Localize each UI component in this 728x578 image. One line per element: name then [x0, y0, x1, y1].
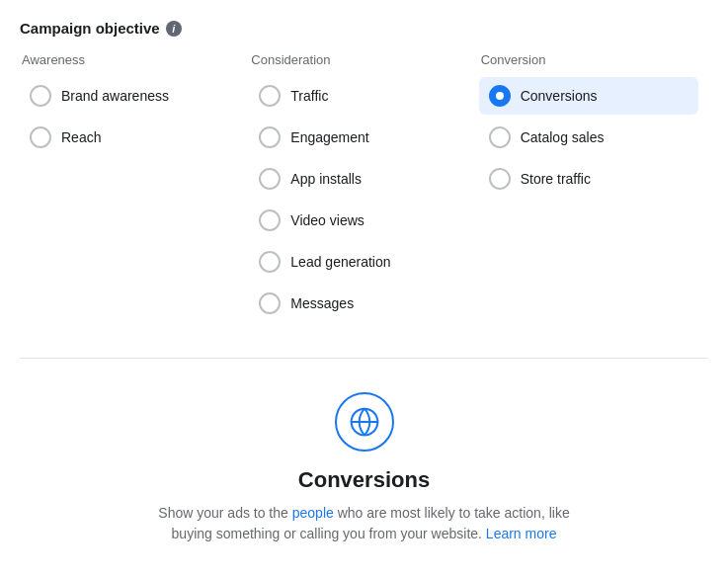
label-video-views: Video views	[290, 212, 364, 228]
bottom-title: Conversions	[298, 467, 430, 493]
label-conversions: Conversions	[521, 88, 598, 104]
option-catalog-sales[interactable]: Catalog sales	[479, 119, 698, 156]
option-engagement[interactable]: Engagement	[249, 119, 468, 156]
options-columns: Awareness Brand awareness Reach Consider…	[20, 52, 708, 326]
option-traffic[interactable]: Traffic	[249, 77, 468, 115]
label-brand-awareness: Brand awareness	[61, 88, 169, 104]
radio-traffic[interactable]	[259, 85, 281, 107]
radio-messages[interactable]	[259, 292, 281, 314]
section-title: Campaign objective i	[20, 20, 708, 37]
label-lead-generation: Lead generation	[290, 254, 390, 270]
radio-catalog-sales[interactable]	[489, 126, 511, 148]
label-messages: Messages	[290, 295, 354, 311]
conversion-column: Conversion Conversions Catalog sales Sto…	[479, 52, 708, 326]
consideration-header: Consideration	[249, 52, 468, 67]
label-reach: Reach	[61, 129, 101, 145]
radio-reach[interactable]	[30, 126, 51, 148]
label-app-installs: App installs	[290, 171, 362, 187]
option-app-installs[interactable]: App installs	[249, 160, 468, 198]
label-traffic: Traffic	[290, 88, 328, 104]
option-reach[interactable]: Reach	[20, 119, 239, 156]
bottom-description: Show your ads to the people who are most…	[137, 503, 592, 544]
radio-conversions[interactable]	[489, 85, 511, 107]
info-icon[interactable]: i	[166, 21, 182, 37]
option-lead-generation[interactable]: Lead generation	[249, 243, 468, 281]
radio-app-installs[interactable]	[259, 168, 281, 190]
radio-brand-awareness[interactable]	[30, 85, 51, 107]
option-store-traffic[interactable]: Store traffic	[479, 160, 698, 198]
globe-icon	[335, 392, 394, 452]
option-conversions[interactable]: Conversions	[479, 77, 698, 115]
radio-store-traffic[interactable]	[489, 168, 511, 190]
radio-engagement[interactable]	[259, 126, 281, 148]
awareness-header: Awareness	[20, 52, 239, 67]
campaign-objective-section: Campaign objective i Awareness Brand awa…	[20, 20, 708, 564]
bottom-description-section: Conversions Show your ads to the people …	[20, 382, 708, 564]
radio-video-views[interactable]	[259, 209, 281, 231]
option-brand-awareness[interactable]: Brand awareness	[20, 77, 239, 115]
radio-lead-generation[interactable]	[259, 251, 281, 273]
conversion-header: Conversion	[479, 52, 698, 67]
consideration-column: Consideration Traffic Engagement App ins…	[249, 52, 478, 326]
option-video-views[interactable]: Video views	[249, 202, 468, 239]
label-engagement: Engagement	[290, 129, 368, 145]
option-messages[interactable]: Messages	[249, 285, 468, 322]
people-link[interactable]: people	[292, 505, 334, 521]
section-divider	[20, 358, 708, 359]
learn-more-link[interactable]: Learn more	[486, 526, 557, 541]
label-store-traffic: Store traffic	[521, 171, 591, 187]
awareness-column: Awareness Brand awareness Reach	[20, 52, 249, 326]
label-catalog-sales: Catalog sales	[521, 129, 605, 145]
